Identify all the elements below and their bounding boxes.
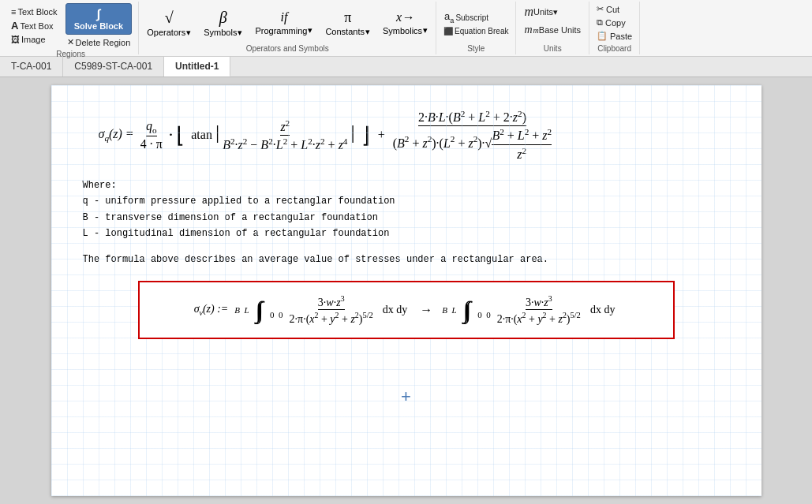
document-page: σq(z) = qo 4 · π · ⌊ atan | z2 B2·z2 − B… — [51, 85, 761, 496]
base-units-m-icon: m — [524, 24, 532, 36]
equation-break-icon: ⬛ — [443, 27, 453, 35]
programming-dropdown[interactable]: if Programming ▾ — [252, 9, 316, 37]
copy-icon: ⧉ — [597, 17, 603, 28]
text-box-button[interactable]: A Text Box — [8, 19, 61, 32]
ribbon-group-regions: ≡ Text Block A Text Box 🖼 Image ∫ Solve … — [3, 2, 139, 54]
units-content: m Units ▾ m m Base Units — [521, 3, 584, 43]
symbols-dropdown[interactable]: β Symbols ▾ — [200, 7, 245, 39]
units-row: m Units ▾ — [521, 3, 561, 21]
paste-button[interactable]: 📋 Paste — [594, 30, 634, 42]
operators-dropdown[interactable]: √ Operators ▾ — [144, 7, 194, 39]
where-line-1: q - uniform pressure applied to a rectan… — [83, 193, 730, 209]
paste-icon: 📋 — [597, 31, 608, 41]
region-buttons: ≡ Text Block A Text Box 🖼 Image — [8, 6, 61, 45]
formula-note: The formula above describes an average v… — [83, 254, 730, 265]
add-region-button[interactable]: + — [401, 386, 411, 407]
operators-icon: √ — [165, 9, 174, 27]
solve-block-button[interactable]: ∫ Solve Block — [65, 3, 132, 35]
tabs-bar: T-CA-001 C5989-ST-CA-001 Untitled-1 — [0, 57, 812, 77]
text-block-icon: ≡ — [11, 7, 16, 17]
style-label: Style — [467, 43, 485, 53]
ribbon-group-style: aa Subscript ⬛ Equation Break Style — [436, 2, 516, 54]
symbols-chevron: ▾ — [238, 28, 242, 38]
where-section: Where: q - uniform pressure applied to a… — [83, 177, 730, 242]
symbols-icon: β — [219, 9, 227, 27]
tab-t-ca-001[interactable]: T-CA-001 — [0, 57, 63, 77]
units-m-icon: m — [524, 5, 533, 19]
constants-chevron: ▾ — [365, 27, 370, 37]
style-buttons: aa Subscript ⬛ Equation Break — [441, 9, 511, 36]
text-box-icon: A — [11, 20, 18, 32]
programming-icon: if — [280, 10, 287, 24]
base-units-button[interactable]: m m Base Units — [521, 22, 584, 38]
subscript-icon: aa — [444, 10, 454, 24]
ribbon: ≡ Text Block A Text Box 🖼 Image ∫ Solve … — [0, 0, 812, 57]
symbolics-dropdown[interactable]: x→ Symbolics ▾ — [380, 9, 431, 37]
operators-chevron: ▾ — [186, 28, 191, 38]
text-block-button[interactable]: ≡ Text Block — [8, 6, 61, 17]
delete-region-icon: ✕ — [67, 37, 74, 47]
solve-delete-buttons: ∫ Solve Block ✕ Delete Region — [64, 3, 134, 48]
tab-untitled-1[interactable]: Untitled-1 — [164, 57, 230, 77]
units-chevron: ▾ — [553, 7, 558, 17]
solve-block-icon: ∫ — [97, 7, 100, 21]
equation-content: σv(z) := B L ∫ ∫ 0 0 3·w·z3 — [194, 294, 619, 326]
programming-chevron: ▾ — [308, 25, 312, 35]
equation-break-button[interactable]: ⬛ Equation Break — [441, 26, 511, 36]
cut-button[interactable]: ✂ Cut — [594, 3, 622, 15]
image-icon: 🖼 — [11, 35, 20, 44]
base-units-m2-icon: m — [533, 26, 539, 35]
delete-region-button[interactable]: ✕ Delete Region — [64, 36, 134, 48]
where-line-0: Where: — [83, 177, 730, 193]
base-units-row: m m Base Units — [521, 22, 584, 38]
where-line-2: B - transverse dimension of a rectangula… — [83, 210, 730, 226]
add-button-area: + — [83, 386, 730, 407]
regions-content: ≡ Text Block A Text Box 🖼 Image ∫ Solve … — [8, 3, 133, 48]
cut-icon: ✂ — [597, 4, 604, 14]
clipboard-label: Clipboard — [597, 43, 631, 53]
where-line-3: L - longitudinal dimension of a rectangu… — [83, 226, 730, 241]
equation-box: σv(z) := B L ∫ ∫ 0 0 3·w·z3 — [138, 281, 675, 339]
subscript-button[interactable]: aa Subscript — [441, 9, 511, 25]
style-content: aa Subscript ⬛ Equation Break — [441, 3, 511, 43]
symbolics-icon: x→ — [396, 10, 414, 24]
document-area: σq(z) = qo 4 · π · ⌊ atan | z2 B2·z2 − B… — [0, 77, 812, 504]
operators-symbols-label: Operators and Symbols — [246, 43, 329, 53]
units-label: Units — [544, 43, 562, 53]
constants-dropdown[interactable]: π Constants ▾ — [322, 8, 373, 39]
ribbon-group-units: m Units ▾ m m Base Units Units — [516, 2, 589, 54]
ribbon-group-operators: √ Operators ▾ β Symbols ▾ if Programming… — [139, 2, 436, 54]
units-button[interactable]: m Units ▾ — [521, 3, 561, 21]
image-button[interactable]: 🖼 Image — [8, 34, 61, 45]
clipboard-content: ✂ Cut ⧉ Copy 📋 Paste — [594, 3, 634, 43]
tab-c5989-st-ca-001[interactable]: C5989-ST-CA-001 — [63, 57, 164, 77]
copy-button[interactable]: ⧉ Copy — [594, 17, 628, 28]
operators-content: √ Operators ▾ β Symbols ▾ if Programming… — [144, 3, 431, 43]
constants-icon: π — [344, 9, 351, 26]
ribbon-group-clipboard: ✂ Cut ⧉ Copy 📋 Paste Clipboard — [589, 2, 640, 54]
main-formula: σq(z) = qo 4 · π · ⌊ atan | z2 B2·z2 − B… — [99, 109, 730, 162]
symbolics-chevron: ▾ — [423, 25, 428, 35]
